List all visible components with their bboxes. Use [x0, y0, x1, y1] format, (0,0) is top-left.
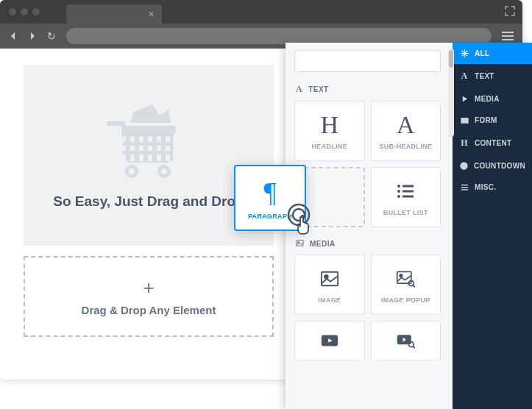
- svg-rect-15: [402, 185, 414, 188]
- svg-rect-22: [322, 272, 338, 286]
- tile-videopopup[interactable]: [371, 321, 441, 360]
- svg-rect-3: [135, 136, 139, 161]
- sidebar-label: MISC.: [475, 183, 496, 191]
- scrollbar[interactable]: [448, 49, 453, 137]
- hero-text: So Easy, Just Drag and Drop: [53, 193, 244, 210]
- svg-point-18: [397, 195, 400, 198]
- sidebar-label: TEXT: [475, 72, 494, 80]
- svg-rect-9: [123, 151, 173, 154]
- image-icon: [320, 266, 339, 292]
- expand-icon[interactable]: [505, 6, 515, 19]
- svg-point-16: [397, 190, 400, 193]
- svg-point-13: [161, 168, 167, 174]
- svg-point-29: [409, 342, 414, 347]
- svg-point-35: [288, 204, 309, 225]
- cart-icon: [101, 101, 196, 185]
- section-text-label: TEXT: [308, 85, 329, 93]
- video-icon: [320, 327, 339, 354]
- reload-icon[interactable]: ↻: [47, 30, 56, 42]
- svg-rect-34: [461, 189, 467, 190]
- tile-headline[interactable]: H HEADLINE: [294, 101, 365, 161]
- svg-rect-17: [402, 191, 414, 193]
- bulletlist-icon: [396, 178, 415, 204]
- tile-bulletlist[interactable]: BULLET LIST: [371, 167, 441, 227]
- sidebar-label: ALL: [475, 49, 489, 57]
- minimize-dot[interactable]: [21, 8, 28, 15]
- sidebar-item-content[interactable]: H CONTENT: [453, 131, 532, 155]
- sidebar-item-text[interactable]: A TEXT: [453, 64, 532, 88]
- tile-image[interactable]: IMAGE: [294, 255, 365, 315]
- sidebar-item-form[interactable]: FORM: [453, 110, 532, 131]
- paragraph-icon: ¶: [263, 176, 276, 208]
- tile-label: SUB-HEADLINE: [379, 143, 432, 150]
- menu-icon: [460, 183, 469, 191]
- editor-panel: A TEXT H HEADLINE A SUB-HEADLINE BULLET …: [285, 43, 532, 409]
- close-dot[interactable]: [9, 8, 16, 15]
- url-bar[interactable]: [66, 28, 492, 44]
- tile-label: PARAGRAPH: [248, 213, 292, 220]
- tab-close-icon[interactable]: ×: [149, 8, 155, 20]
- svg-rect-8: [123, 142, 173, 146]
- svg-rect-19: [402, 196, 414, 198]
- category-sidebar: ALL A TEXT MEDIA FORM H CONTENT COUNTDOW…: [453, 43, 532, 409]
- content-h-icon: H: [460, 138, 469, 149]
- svg-rect-5: [152, 136, 157, 161]
- titlebar: ×: [0, 0, 522, 24]
- sidebar-label: MEDIA: [475, 95, 500, 103]
- snowflake-icon: [460, 49, 469, 57]
- headline-icon: H: [320, 112, 338, 138]
- dropzone-text: Drag & Drop Any Element: [82, 304, 216, 316]
- search-row: [285, 43, 447, 78]
- sidebar-label: FORM: [475, 116, 497, 124]
- svg-rect-33: [461, 187, 467, 188]
- tile-label: IMAGE: [318, 296, 341, 304]
- videopopup-icon: [396, 327, 415, 354]
- dropzone[interactable]: + Drag & Drop Any Element: [24, 256, 274, 337]
- sidebar-item-media[interactable]: MEDIA: [453, 88, 532, 110]
- sidebar-label: CONTENT: [475, 139, 511, 147]
- sidebar-item-misc[interactable]: MISC.: [453, 177, 532, 198]
- plus-icon: +: [143, 277, 154, 299]
- maximize-dot[interactable]: [32, 8, 40, 15]
- svg-rect-6: [161, 136, 166, 161]
- svg-point-25: [400, 274, 402, 277]
- tile-video[interactable]: [294, 321, 365, 360]
- play-icon: [460, 95, 469, 103]
- back-icon[interactable]: [9, 32, 18, 40]
- text-a-icon: A: [296, 84, 302, 95]
- section-text: A TEXT: [285, 78, 447, 101]
- tile-imagepopup[interactable]: IMAGE POPUP: [371, 255, 441, 315]
- tile-label: BULLET LIST: [383, 209, 428, 216]
- svg-rect-2: [126, 136, 130, 161]
- imagepopup-icon: [396, 266, 415, 292]
- mail-icon: [460, 116, 469, 124]
- svg-point-12: [129, 168, 135, 174]
- text-a-icon: A: [460, 71, 469, 82]
- subheadline-icon: A: [397, 112, 415, 138]
- sidebar-item-countdown[interactable]: COUNTDOWN: [453, 155, 532, 177]
- clock-icon: [460, 162, 468, 170]
- search-input[interactable]: [294, 50, 441, 72]
- forward-icon[interactable]: [28, 32, 37, 40]
- cursor-hand-icon: [287, 203, 319, 241]
- sidebar-item-all[interactable]: ALL: [453, 43, 532, 64]
- svg-rect-4: [143, 136, 148, 161]
- hamburger-icon[interactable]: [502, 32, 514, 40]
- tile-label: HEADLINE: [312, 143, 347, 150]
- svg-point-14: [397, 185, 400, 188]
- svg-rect-32: [461, 185, 467, 185]
- svg-point-23: [324, 275, 328, 279]
- sidebar-label: COUNTDOWN: [474, 162, 525, 170]
- tile-label: IMAGE POPUP: [381, 296, 430, 304]
- tile-subheadline[interactable]: A SUB-HEADLINE: [371, 101, 441, 161]
- svg-rect-7: [170, 136, 173, 161]
- media-grid: IMAGE IMAGE POPUP: [285, 255, 447, 366]
- svg-rect-0: [121, 126, 176, 133]
- browser-tab[interactable]: ×: [66, 4, 162, 24]
- window-controls: [9, 8, 40, 15]
